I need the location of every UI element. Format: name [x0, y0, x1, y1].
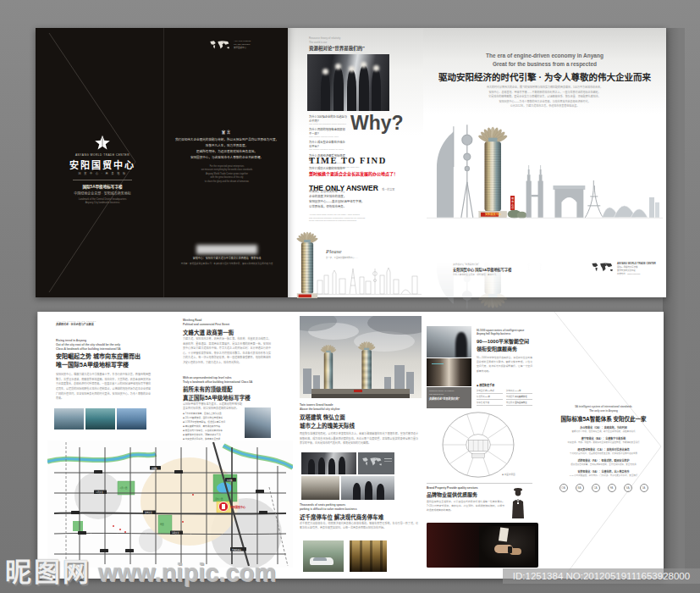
- b1-col2-h2-en: With an unprecedented top level rules Tr…: [183, 376, 252, 384]
- image-id-bar: ID:1251384 NO:20120519111653928000: [503, 568, 700, 584]
- b2-h2-en: Thousands of seats parking spaces parkin…: [300, 503, 357, 511]
- b4-heading-en: 5A intelligent system of international s…: [549, 405, 658, 413]
- b1-col1-heading-en: Rising trend in Anyang Out of the city e…: [56, 339, 121, 351]
- system-group: 办公智能化（OA）：高速高效，节约时间智能化办公环境，信息高速互通，助力企业高效…: [549, 426, 658, 434]
- b1-col2-h1-cn: 文峰大道 政商第一街: [183, 328, 234, 336]
- manifesto-text: 我们深知伟大企业眼光的挑剔与苛刻，所以从择址到产品均以世界级为尺度， 致敬不凡人…: [171, 137, 283, 161]
- brand-en: ANYANG WORLD TRADE CENTER: [67, 153, 138, 157]
- system-group: 安防智能化（SA）：全楼布防，出入尊崇有序7×24小时闭路监控，红外布防、门禁对…: [549, 470, 658, 478]
- footer-sub: 为令人尊敬的企业而来 · 领衔安阳 · 商务不凡: [453, 273, 537, 276]
- watermark-url: www.nipic.com: [98, 559, 276, 587]
- b4-heading-cn: 国际标准5A智能体系 安阳仅此一家: [549, 414, 658, 423]
- brand-logo: ANYANG WORLD TRADE CENTER 安阳国贸中心 国 贸 中 心…: [67, 135, 138, 204]
- system-group: 通讯宽带智能化（CA）：高效应对信息化商务千兆光纤宽带到户，语音数据网络覆盖全楼…: [549, 448, 658, 456]
- city-figure-photo: [427, 326, 471, 357]
- b3-spec-table: ◆ 楼层配套手册 建筑面积 约9.8万㎡ 建筑高度 99.8米 标准层高 3.9…: [477, 384, 532, 406]
- watermark-site: 昵图网: [5, 551, 91, 589]
- star-logo-icon: [94, 135, 111, 152]
- marker-label: 安阳国贸中心: [230, 505, 245, 509]
- inner-map-caption: ANYANG WORLD TRADE CENTER 安阳国贸中心: [234, 40, 251, 50]
- parking-garage-photo: [350, 540, 387, 572]
- era-header-cn: 驱动安阳经济的时代引擎 · 为令人尊敬的伟大企业而来: [423, 70, 666, 83]
- feature-icon-5a: 5A: [640, 484, 648, 492]
- feature-icon-fa: FA: [608, 484, 616, 492]
- contact-line1: 营销中心：安阳市文峰大道与中华路交汇处西南角 · 尊荣专线: [178, 257, 276, 261]
- era-footer-right: ANYANG WORLD TRADE CENTER 国际5A甲级地标写字楼 安阳…: [591, 262, 656, 276]
- skyline-photo: [117, 408, 146, 430]
- manifesto-block: 宣言 我们深知伟大企业眼光的挑剔与苛刻，所以从择址到产品均以世界级为尺度， 致敬…: [171, 130, 283, 184]
- b1-col1-body: 安阳国贸中心，雄踞文峰大道与中华路黄金十字，东承行政中枢之势，西接传统商圈繁华，…: [56, 373, 151, 402]
- b1-photo-strip: [54, 408, 146, 430]
- red-seal: 城市之芯: [510, 196, 515, 210]
- worldmap-card: [358, 452, 394, 474]
- question-en: Why growing companies upgrade the office…: [309, 148, 348, 150]
- location-map: 文峰大道 人民大道 弦歌大道 中华路 光明路 京港澳高速 人民公园 易园 洹水公…: [47, 441, 293, 568]
- circular-floorplan: [438, 409, 519, 480]
- b2-h1-cn: 双塔建筑 恢弘立面 城市之上的瑰美天际线: [300, 413, 355, 430]
- b2-body2: 近千席超大规模停车位，彻底解决现代商务核心区停车难题。智能车库管理系统，车位引导…: [300, 522, 418, 531]
- time-to-find-title: TIME TO FIND: [309, 156, 387, 165]
- b3-brand-body: 国际品牌物业全程服务，以星级酒店式的服务标准礼遇每一位商务菁英。7×24小时管家…: [427, 500, 504, 513]
- contact-phone-blurred: [196, 245, 257, 254]
- b2-body1: 两座恢弘塔楼拔地而起，以对称之姿凌驾城市之上，金属与玻璃幕墙在阳光下熠熠生辉，皇…: [300, 432, 418, 446]
- stairs-people-photo: [341, 476, 394, 500]
- feature-icon-sa: SA: [624, 484, 632, 492]
- world-map-icon: [209, 40, 231, 51]
- cover-tagline-cn2: 中国绿地企业总部 · 安阳城市商务地标: [67, 191, 138, 196]
- why-header-en: Resource theory of relativity The world …: [309, 36, 340, 44]
- bottom-spread: ANYANG WORLD TRADE CENTER 资源相对论 · 区位价值与产…: [37, 312, 664, 579]
- why-header-cn: 资源相对论“世界是我们的”: [309, 45, 365, 52]
- answer-note: Anyang World Trade Center, the real clas…: [309, 213, 365, 223]
- question-cn: 为什么成长型企业都在升级办公平台？: [309, 140, 348, 148]
- cover-tagline-en2: Anyang City landmarks business: [67, 201, 138, 204]
- bellboy-icon: [509, 486, 527, 518]
- please-script: Please: [326, 248, 342, 255]
- footer-right-title: ANYANG WORLD TRADE CENTER: [617, 262, 656, 265]
- brochure-mockup: ANYANG WORLD TRADE CENTER 安阳国贸中心 国 贸 中 心…: [0, 0, 700, 593]
- brand-sub: 国 贸 中 心 · 商 务 地 标: [67, 172, 138, 175]
- b3-brand-cn: 品牌物业提供优质服务: [427, 490, 477, 498]
- contact-block: 营销中心：安阳市文峰大道与中华路交汇处西南角 · 尊荣专线 开发商：安阳国贸置业…: [178, 245, 276, 266]
- question-en: Why fortune 500 companies choose differe…: [309, 123, 348, 125]
- team-photo: [301, 452, 356, 474]
- nipic-watermark: 昵图网 www.nipic.com: [5, 551, 276, 589]
- twin-towers-photo: [300, 316, 422, 398]
- plan-caption: ◆ 平面示意图: [502, 473, 515, 476]
- b4-text-block: 5A intelligent system of international s…: [549, 405, 658, 492]
- b2-h1-en: Twin towers Grand facade Above the beaut…: [300, 403, 340, 411]
- b1-col2-h1-en: Wenfeng Road Political and commercial Fi…: [183, 319, 229, 326]
- b2-photo-grid: [301, 452, 394, 500]
- only-answer-cn: 唯一的答案: [382, 188, 394, 191]
- caption-cn: 资源相对论“世界是我们的”: [429, 397, 469, 401]
- corridor-photo: [427, 358, 471, 386]
- b1-col1-heading-cn: 安阳崛起之势 城市向东应需而出 唯一国际5A甲级地标写字楼: [56, 352, 141, 369]
- podium-banner: 安阳国贸中心: [480, 211, 506, 218]
- cityscape-photo: [85, 408, 115, 430]
- system-group: 楼宇智能化（BA）：全楼数字节能系统中央空调、电梯、供配电、照明系统全程数字化监…: [549, 437, 658, 445]
- car-photo: [303, 540, 344, 572]
- answer-body: 在安阳，息息相关的每一天， 企业的高度决定城市的高度， 安阳国贸中心——真正国际…: [309, 190, 364, 210]
- question-cn: 为什么500强企业的办公选址与众不同？: [309, 114, 348, 123]
- inner-worldmap-block: ANYANG WORLD TRADE CENTER 安阳国贸中心: [209, 40, 251, 51]
- era-header-en: The era of engine-driven economy in Anya…: [423, 52, 666, 69]
- contact-line2: 开发商：安阳国贸置业有限公司 · 本资料部分图片为效果示意，最终以政府批文及合同…: [178, 263, 276, 266]
- world-map-icon: [591, 262, 615, 274]
- b1-col2-body2: 以国际甲级写字楼标准为蓝本，从建筑规划到细节配置全面对标世界，树立安阳商务建筑的…: [183, 402, 242, 412]
- b1-col2-h2-cn: 前所未有的顶级规配 真正国际5A甲级地标写字楼: [183, 385, 251, 402]
- table-title: ◆ 楼层配套手册: [477, 384, 532, 387]
- manifesto-title: 宣言: [171, 130, 283, 135]
- time-to-find-sub: a more suitable long-term development of…: [309, 166, 360, 169]
- system-group: 消防智能化（FA）：智能消防，瞬间安全防护烟感温感自动报警，自动喷淋联动控制，全…: [549, 459, 658, 467]
- businessman-suit-photo: [427, 523, 538, 568]
- footer-bold: 安阳国贸中心 国际5A甲级地标写字楼: [453, 267, 537, 272]
- image-id-text: ID:1251384 NO:20120519111653928000: [513, 571, 690, 581]
- cover-tagline-cn1: 国际5A甲级地标写字楼: [67, 184, 138, 189]
- why-panel: Resource theory of relativity The world …: [288, 28, 423, 297]
- footer-right-lines: 国际5A甲级地标写字楼 安阳市文峰大道中段 尊荣专线：0372·0000000: [617, 266, 656, 276]
- top-spread: ANYANG WORLD TRADE CENTER 安阳国贸中心 国 贸 中 心…: [36, 28, 666, 297]
- b1-top-note: ANYANG WORLD TRADE CENTER 资源相对论 · 区位价值与产…: [56, 320, 96, 326]
- caption-en: Resource theory of relativity The world …: [429, 390, 469, 396]
- business-people-photo: [307, 54, 389, 111]
- era-footer-left: 资源相对论 “世界是我们的” 安阳国贸中心 国际5A甲级地标写字楼 为令人尊敬的…: [453, 263, 537, 276]
- city-skyline-sketch: [316, 265, 422, 296]
